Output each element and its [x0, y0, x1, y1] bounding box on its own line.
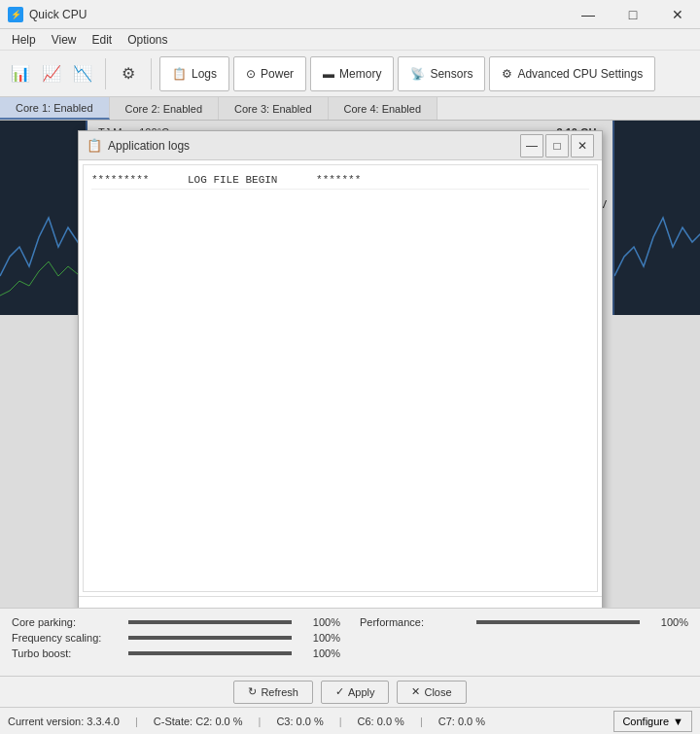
- app-title: Quick CPU: [29, 8, 87, 21]
- freq-scaling-slider-container: [128, 636, 292, 640]
- right-controls: Performance: 100%: [360, 616, 688, 663]
- log-content-area[interactable]: ********* LOG FILE BEGIN *******: [83, 164, 598, 592]
- refresh-label: Refresh: [261, 686, 298, 698]
- turbo-slider-track: [128, 651, 292, 655]
- apply-label: Apply: [348, 686, 375, 698]
- freq-scaling-value: 100%: [292, 632, 340, 644]
- performance-control-row: Performance: 100%: [360, 616, 688, 628]
- toolbar: 📊 📈 📉 ⚙ 📋 Logs ⊙ Power ▬ Memory 📡 Sensor…: [0, 51, 700, 97]
- toolbar-sensors-button[interactable]: 📡 Sensors: [398, 56, 485, 91]
- chart-area-button[interactable]: 📉: [68, 56, 97, 91]
- freq-scaling-slider-track: [128, 636, 292, 640]
- main-content: TJ Max: 100°C 3.10 GHz ▶ Power D System …: [0, 121, 700, 608]
- core-parking-slider-container: [128, 620, 292, 624]
- performance-value: 100%: [640, 616, 688, 628]
- freq-scaling-control-row: Frequency scaling: 100%: [12, 632, 340, 644]
- advanced-label: Advanced CPU Settings: [517, 67, 643, 81]
- window-controls: — □ ✕: [566, 0, 700, 29]
- freq-scaling-control-label: Frequency scaling:: [12, 632, 128, 644]
- core-tab-1[interactable]: Core 1: Enabled: [0, 97, 110, 120]
- app-icon: ⚡: [8, 7, 23, 22]
- close-button[interactable]: ✕: [655, 0, 700, 29]
- status-sep-4: |: [420, 716, 423, 727]
- apply-button[interactable]: ✓ Apply: [321, 681, 390, 704]
- close-main-button[interactable]: ✕ Close: [397, 681, 466, 704]
- application-logs-modal: 📋 Application logs — □ ✕ ********* LOG F…: [78, 130, 603, 608]
- performance-slider-container: [476, 620, 640, 624]
- menu-options[interactable]: Options: [120, 31, 175, 49]
- title-bar: ⚡ Quick CPU — □ ✕: [0, 0, 700, 29]
- core-parking-slider-fill: [128, 620, 292, 624]
- maximize-button[interactable]: □: [611, 0, 655, 29]
- power-icon: ⊙: [246, 67, 256, 81]
- modal-close-button[interactable]: ✕: [571, 134, 594, 157]
- status-bar: Current version: 3.3.4.0 | C-State: C2: …: [0, 707, 700, 734]
- core-tab-2[interactable]: Core 2: Enabled: [110, 97, 220, 120]
- chart-line-button[interactable]: 📈: [37, 56, 66, 91]
- sensors-label: Sensors: [430, 67, 472, 81]
- refresh-button[interactable]: ↻ Refresh: [233, 681, 313, 704]
- action-bar: ↻ Refresh ✓ Apply ✕ Close: [0, 676, 700, 707]
- menu-view[interactable]: View: [44, 31, 85, 49]
- sensors-icon: 📡: [410, 67, 425, 81]
- turbo-control-label: Turbo boost:: [12, 647, 128, 659]
- configure-button[interactable]: Configure ▼: [613, 711, 692, 732]
- core-tab-3[interactable]: Core 3: Enabled: [219, 97, 329, 120]
- version-label: Current version: 3.3.4.0: [8, 716, 120, 727]
- logs-label: Logs: [192, 67, 217, 81]
- status-sep-2: |: [259, 716, 262, 727]
- c-state-c2: C-State: C2: 0.0 %: [154, 716, 243, 727]
- modal-maximize-button[interactable]: □: [545, 134, 569, 157]
- freq-scaling-slider-fill: [128, 636, 292, 640]
- core-parking-value: 100%: [292, 616, 340, 628]
- power-label: Power: [261, 67, 294, 81]
- toolbar-advanced-cpu-button[interactable]: ⚙ Advanced CPU Settings: [489, 56, 655, 91]
- advanced-icon: ⚙: [502, 67, 512, 81]
- configure-label: Configure: [622, 716, 669, 727]
- turbo-value: 100%: [292, 647, 340, 659]
- turbo-control-row: Turbo boost: 100%: [12, 647, 340, 659]
- modal-title-bar: 📋 Application logs — □ ✕: [79, 131, 602, 160]
- toolbar-power-button[interactable]: ⊙ Power: [233, 56, 306, 91]
- refresh-icon: ↻: [248, 685, 257, 698]
- log-separator: [91, 189, 589, 190]
- modal-controls: — □ ✕: [520, 134, 594, 157]
- toolbar-separator-1: [105, 58, 106, 89]
- left-controls: Core parking: 100% Frequency scaling: 10…: [12, 616, 340, 663]
- memory-label: Memory: [339, 67, 381, 81]
- minimize-button[interactable]: —: [566, 0, 611, 29]
- modal-footer: Enable verbose logging Clear logs Close: [79, 596, 602, 608]
- toolbar-separator-2: [151, 58, 152, 89]
- core-tabs: Core 1: Enabled Core 2: Enabled Core 3: …: [0, 97, 700, 121]
- chart-buttons: 📊 📈 📉: [6, 56, 97, 91]
- modal-logs-icon: 📋: [87, 138, 102, 153]
- log-header-line: ********* LOG FILE BEGIN *******: [91, 173, 589, 187]
- close-main-icon: ✕: [411, 685, 420, 698]
- status-sep-3: |: [339, 716, 342, 727]
- chart-bar-button[interactable]: 📊: [6, 56, 35, 91]
- menu-edit[interactable]: Edit: [84, 31, 120, 49]
- performance-slider-fill: [476, 620, 640, 624]
- c-state-c6: C6: 0.0 %: [358, 716, 404, 727]
- performance-slider-track: [476, 620, 640, 624]
- memory-icon: ▬: [323, 67, 334, 81]
- core-tab-4[interactable]: Core 4: Enabled: [329, 97, 438, 120]
- core-parking-control-row: Core parking: 100%: [12, 616, 340, 628]
- toolbar-memory-button[interactable]: ▬ Memory: [310, 56, 394, 91]
- modal-overlay: 📋 Application logs — □ ✕ ********* LOG F…: [0, 121, 700, 608]
- menu-help[interactable]: Help: [4, 31, 44, 49]
- core-parking-control-label: Core parking:: [12, 616, 128, 628]
- modal-title-text: Application logs: [108, 139, 520, 153]
- core-parking-slider-track: [128, 620, 292, 624]
- c-state-c7: C7: 0.0 %: [438, 716, 485, 727]
- modal-minimize-button[interactable]: —: [520, 134, 543, 157]
- turbo-slider-fill: [128, 651, 292, 655]
- toolbar-logs-button[interactable]: 📋 Logs: [159, 56, 229, 91]
- apply-icon: ✓: [335, 685, 344, 698]
- status-sep-1: |: [135, 716, 138, 727]
- close-main-label: Close: [424, 686, 451, 698]
- c-state-c3: C3: 0.0 %: [276, 716, 323, 727]
- performance-control-label: Performance:: [360, 616, 476, 628]
- configure-chevron-icon: ▼: [673, 716, 683, 727]
- settings-button[interactable]: ⚙: [114, 56, 143, 91]
